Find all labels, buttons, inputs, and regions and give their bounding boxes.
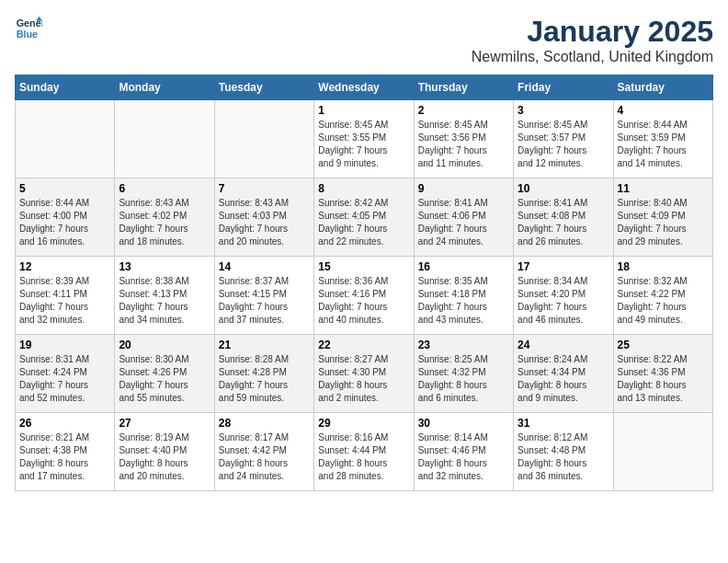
day-info: Sunrise: 8:31 AM Sunset: 4:24 PM Dayligh…: [19, 353, 110, 405]
day-info: Sunrise: 8:14 AM Sunset: 4:46 PM Dayligh…: [418, 431, 509, 483]
header-wednesday: Wednesday: [314, 75, 414, 100]
header-tuesday: Tuesday: [214, 75, 313, 100]
table-row: [214, 100, 313, 178]
day-number: 21: [219, 339, 310, 351]
day-number: 18: [618, 260, 709, 273]
title-area: January 2025 Newmilns, Scotland, United …: [472, 15, 713, 65]
calendar-week-row: 26Sunrise: 8:21 AM Sunset: 4:38 PM Dayli…: [16, 413, 713, 491]
day-number: 17: [518, 260, 609, 273]
day-info: Sunrise: 8:12 AM Sunset: 4:48 PM Dayligh…: [518, 431, 609, 483]
table-row: 10Sunrise: 8:41 AM Sunset: 4:08 PM Dayli…: [514, 178, 613, 257]
table-row: 16Sunrise: 8:35 AM Sunset: 4:18 PM Dayli…: [414, 257, 513, 335]
table-row: 14Sunrise: 8:37 AM Sunset: 4:15 PM Dayli…: [214, 257, 313, 335]
table-row: 2Sunrise: 8:45 AM Sunset: 3:56 PM Daylig…: [414, 100, 513, 178]
table-row: 15Sunrise: 8:36 AM Sunset: 4:16 PM Dayli…: [314, 257, 414, 335]
day-number: 19: [19, 339, 110, 351]
day-info: Sunrise: 8:28 AM Sunset: 4:28 PM Dayligh…: [219, 353, 310, 405]
calendar-week-row: 19Sunrise: 8:31 AM Sunset: 4:24 PM Dayli…: [16, 335, 713, 413]
table-row: 9Sunrise: 8:41 AM Sunset: 4:06 PM Daylig…: [414, 178, 513, 257]
day-number: 30: [418, 417, 509, 430]
day-number: 4: [618, 104, 709, 117]
day-info: Sunrise: 8:35 AM Sunset: 4:18 PM Dayligh…: [418, 275, 509, 327]
day-info: Sunrise: 8:24 AM Sunset: 4:34 PM Dayligh…: [518, 353, 609, 405]
day-number: 31: [518, 417, 609, 430]
day-number: 22: [318, 339, 409, 351]
table-row: 31Sunrise: 8:12 AM Sunset: 4:48 PM Dayli…: [514, 413, 613, 491]
table-row: 19Sunrise: 8:31 AM Sunset: 4:24 PM Dayli…: [16, 335, 115, 413]
day-info: Sunrise: 8:41 AM Sunset: 4:06 PM Dayligh…: [418, 197, 509, 248]
day-info: Sunrise: 8:41 AM Sunset: 4:08 PM Dayligh…: [518, 197, 609, 248]
day-info: Sunrise: 8:45 AM Sunset: 3:55 PM Dayligh…: [318, 119, 409, 170]
table-row: 18Sunrise: 8:32 AM Sunset: 4:22 PM Dayli…: [613, 257, 712, 335]
table-row: 4Sunrise: 8:44 AM Sunset: 3:59 PM Daylig…: [613, 100, 712, 178]
table-row: [613, 413, 712, 491]
header-monday: Monday: [115, 75, 214, 100]
table-row: 1Sunrise: 8:45 AM Sunset: 3:55 PM Daylig…: [314, 100, 414, 178]
header-friday: Friday: [514, 75, 613, 100]
day-info: Sunrise: 8:21 AM Sunset: 4:38 PM Dayligh…: [19, 431, 110, 483]
calendar-header-row: Sunday Monday Tuesday Wednesday Thursday…: [16, 75, 713, 100]
day-number: 29: [318, 417, 409, 430]
table-row: 28Sunrise: 8:17 AM Sunset: 4:42 PM Dayli…: [214, 413, 313, 491]
table-row: 12Sunrise: 8:39 AM Sunset: 4:11 PM Dayli…: [16, 257, 115, 335]
day-info: Sunrise: 8:30 AM Sunset: 4:26 PM Dayligh…: [119, 353, 210, 405]
table-row: 22Sunrise: 8:27 AM Sunset: 4:30 PM Dayli…: [314, 335, 414, 413]
day-info: Sunrise: 8:27 AM Sunset: 4:30 PM Dayligh…: [318, 353, 409, 405]
calendar-week-row: 1Sunrise: 8:45 AM Sunset: 3:55 PM Daylig…: [16, 100, 713, 178]
day-info: Sunrise: 8:43 AM Sunset: 4:02 PM Dayligh…: [119, 197, 210, 248]
day-info: Sunrise: 8:22 AM Sunset: 4:36 PM Dayligh…: [618, 353, 709, 405]
day-number: 13: [119, 260, 210, 273]
table-row: [115, 100, 214, 178]
day-number: 14: [219, 260, 310, 273]
day-info: Sunrise: 8:36 AM Sunset: 4:16 PM Dayligh…: [318, 275, 409, 327]
day-number: 6: [119, 182, 210, 195]
calendar-subtitle: Newmilns, Scotland, United Kingdom: [472, 49, 713, 65]
day-number: 26: [19, 417, 110, 430]
day-number: 25: [618, 339, 709, 351]
day-number: 11: [618, 182, 709, 195]
table-row: 30Sunrise: 8:14 AM Sunset: 4:46 PM Dayli…: [414, 413, 513, 491]
day-number: 20: [119, 339, 210, 351]
table-row: 7Sunrise: 8:43 AM Sunset: 4:03 PM Daylig…: [214, 178, 313, 257]
day-info: Sunrise: 8:44 AM Sunset: 3:59 PM Dayligh…: [618, 119, 709, 170]
logo: General Blue: [15, 15, 42, 42]
day-number: 28: [219, 417, 310, 430]
header-thursday: Thursday: [414, 75, 513, 100]
table-row: 13Sunrise: 8:38 AM Sunset: 4:13 PM Dayli…: [115, 257, 214, 335]
day-number: 27: [119, 417, 210, 430]
table-row: 23Sunrise: 8:25 AM Sunset: 4:32 PM Dayli…: [414, 335, 513, 413]
day-info: Sunrise: 8:25 AM Sunset: 4:32 PM Dayligh…: [418, 353, 509, 405]
svg-text:Blue: Blue: [17, 29, 38, 40]
day-number: 23: [418, 339, 509, 351]
day-number: 3: [518, 104, 609, 117]
table-row: 29Sunrise: 8:16 AM Sunset: 4:44 PM Dayli…: [314, 413, 414, 491]
table-row: 20Sunrise: 8:30 AM Sunset: 4:26 PM Dayli…: [115, 335, 214, 413]
day-number: 15: [318, 260, 409, 273]
day-info: Sunrise: 8:32 AM Sunset: 4:22 PM Dayligh…: [618, 275, 709, 327]
day-number: 5: [19, 182, 110, 195]
table-row: 25Sunrise: 8:22 AM Sunset: 4:36 PM Dayli…: [613, 335, 712, 413]
day-info: Sunrise: 8:34 AM Sunset: 4:20 PM Dayligh…: [518, 275, 609, 327]
day-info: Sunrise: 8:16 AM Sunset: 4:44 PM Dayligh…: [318, 431, 409, 483]
day-number: 7: [219, 182, 310, 195]
logo-icon: General Blue: [15, 15, 42, 42]
table-row: 27Sunrise: 8:19 AM Sunset: 4:40 PM Dayli…: [115, 413, 214, 491]
day-number: 1: [318, 104, 409, 117]
calendar-table: Sunday Monday Tuesday Wednesday Thursday…: [15, 75, 713, 491]
table-row: 6Sunrise: 8:43 AM Sunset: 4:02 PM Daylig…: [115, 178, 214, 257]
day-info: Sunrise: 8:39 AM Sunset: 4:11 PM Dayligh…: [19, 275, 110, 327]
table-row: 5Sunrise: 8:44 AM Sunset: 4:00 PM Daylig…: [16, 178, 115, 257]
calendar-week-row: 12Sunrise: 8:39 AM Sunset: 4:11 PM Dayli…: [16, 257, 713, 335]
day-number: 10: [518, 182, 609, 195]
table-row: 8Sunrise: 8:42 AM Sunset: 4:05 PM Daylig…: [314, 178, 414, 257]
day-number: 24: [518, 339, 609, 351]
day-info: Sunrise: 8:40 AM Sunset: 4:09 PM Dayligh…: [618, 197, 709, 248]
day-info: Sunrise: 8:45 AM Sunset: 3:56 PM Dayligh…: [418, 119, 509, 170]
day-number: 8: [318, 182, 409, 195]
table-row: 24Sunrise: 8:24 AM Sunset: 4:34 PM Dayli…: [514, 335, 613, 413]
calendar-week-row: 5Sunrise: 8:44 AM Sunset: 4:00 PM Daylig…: [16, 178, 713, 257]
table-row: 21Sunrise: 8:28 AM Sunset: 4:28 PM Dayli…: [214, 335, 313, 413]
header-sunday: Sunday: [16, 75, 115, 100]
header: General Blue January 2025 Newmilns, Scot…: [15, 15, 713, 65]
day-info: Sunrise: 8:43 AM Sunset: 4:03 PM Dayligh…: [219, 197, 310, 248]
